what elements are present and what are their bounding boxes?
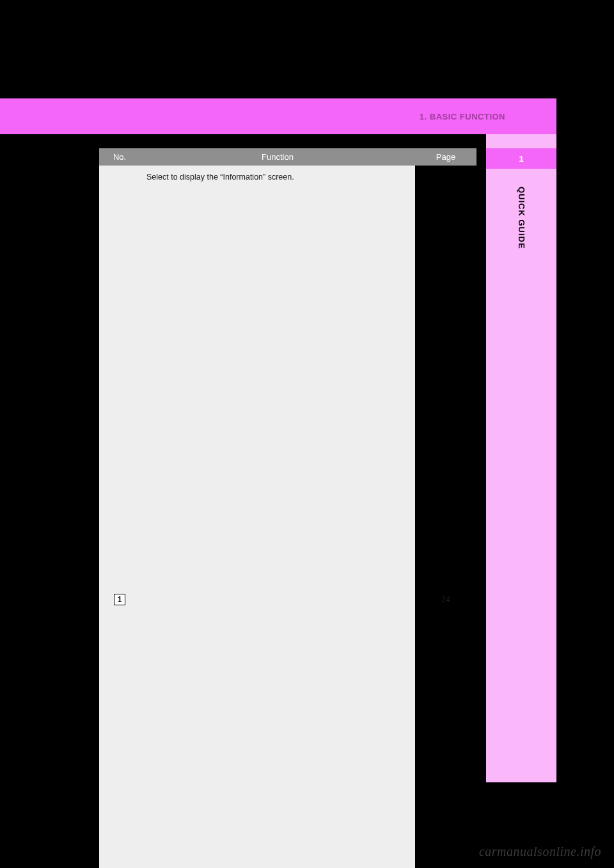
side-column: 1 QUICK GUIDE <box>486 148 556 249</box>
func-text: Select to display the “Information” scre… <box>146 173 294 182</box>
table-row: 1 Select to display the “Information” sc… <box>99 166 476 868</box>
cell-page: 24 <box>415 166 476 868</box>
page-header: 1. BASIC FUNCTION <box>0 98 556 134</box>
table-header-row: No. Function Page <box>99 148 476 166</box>
document-frame: 1. BASIC FUNCTION 1 QUICK GUIDE No. Func… <box>0 98 556 782</box>
cell-no: 1 <box>99 166 140 868</box>
number-box-icon: 1 <box>114 594 125 605</box>
page-root: 1. BASIC FUNCTION 1 QUICK GUIDE No. Func… <box>0 0 614 868</box>
side-section-label: QUICK GUIDE <box>517 187 526 249</box>
content-area: 1 QUICK GUIDE No. Function Page 1 Select… <box>0 134 556 782</box>
breadcrumb: 1. BASIC FUNCTION <box>420 112 505 121</box>
function-table: No. Function Page 1 Select to display th… <box>99 148 476 868</box>
th-no: No. <box>99 148 140 166</box>
watermark: carmanualsonline.info <box>479 844 601 859</box>
cell-function: Select to display the “Information” scre… <box>140 166 415 868</box>
th-page: Page <box>415 148 476 166</box>
side-tab-number: 1 <box>486 148 556 169</box>
th-function: Function <box>140 148 415 166</box>
